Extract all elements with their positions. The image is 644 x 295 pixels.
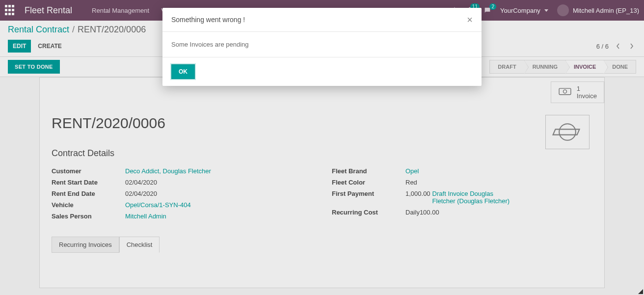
error-modal: Something went wrong ! × Some Invoices a… <box>162 8 482 86</box>
modal-body: Some Invoices are pending <box>162 32 482 57</box>
modal-title: Something went wrong ! <box>171 16 245 24</box>
modal-overlay: Something went wrong ! × Some Invoices a… <box>0 0 644 295</box>
close-icon[interactable]: × <box>467 15 473 25</box>
modal-ok-button[interactable]: OK <box>171 64 195 79</box>
